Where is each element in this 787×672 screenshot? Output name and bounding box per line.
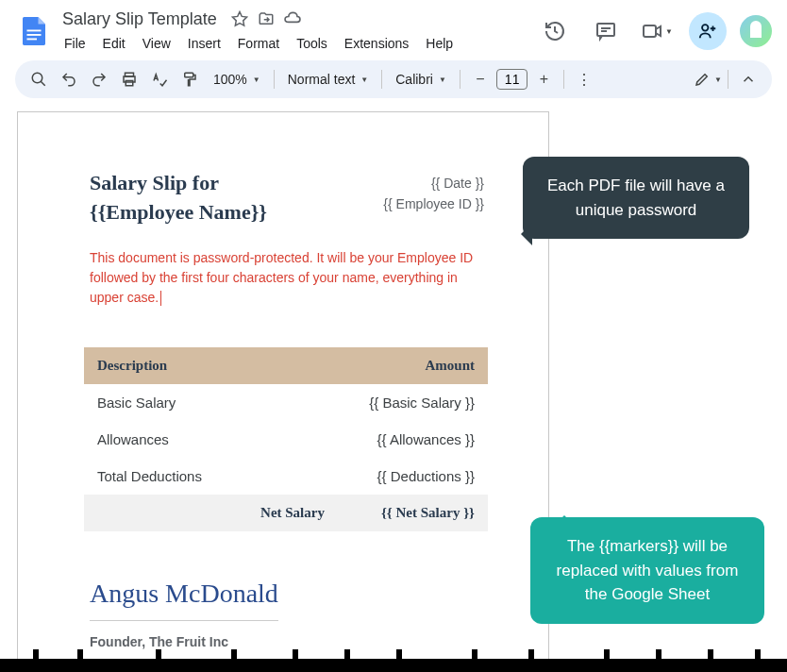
history-icon[interactable] xyxy=(536,12,574,50)
move-icon[interactable] xyxy=(257,9,276,28)
app-header: Salary Slip Template File Edit View Inse… xyxy=(0,0,787,57)
paint-format-icon[interactable] xyxy=(176,65,204,93)
share-button[interactable] xyxy=(689,12,727,50)
net-salary-label[interactable]: Net Salary xyxy=(97,505,381,521)
more-icon[interactable]: ⋮ xyxy=(570,65,598,93)
toolbar: 100%▼ Normal text▼ Calibri▼ − 11 + ⋮ ▼ xyxy=(15,60,772,98)
menu-insert[interactable]: Insert xyxy=(180,32,228,55)
net-salary-value[interactable]: {{ Net Salary }} xyxy=(381,505,475,521)
search-icon[interactable] xyxy=(25,65,53,93)
print-icon[interactable] xyxy=(115,65,143,93)
menu-edit[interactable]: Edit xyxy=(95,32,133,55)
title-area: Salary Slip Template File Edit View Inse… xyxy=(57,8,536,55)
table-row: Basic Salary{{ Basic Salary }} xyxy=(84,384,488,421)
document-title[interactable]: Salary Slip Template xyxy=(57,8,223,31)
undo-icon[interactable] xyxy=(55,65,83,93)
salary-table: Description Amount Basic Salary{{ Basic … xyxy=(84,347,488,531)
callout-markers: The {{markers}} will be replaced with va… xyxy=(530,517,764,624)
redo-icon[interactable] xyxy=(85,65,113,93)
signature-line xyxy=(90,620,278,621)
table-row: Allowances{{ Allowances }} xyxy=(84,421,488,458)
star-icon[interactable] xyxy=(230,9,249,28)
zoom-select[interactable]: 100%▼ xyxy=(206,72,268,87)
menu-view[interactable]: View xyxy=(135,32,178,55)
cloud-icon[interactable] xyxy=(283,9,302,28)
menu-tools[interactable]: Tools xyxy=(289,32,335,55)
document-page: Salary Slip for {{Employee Name}} {{ Dat… xyxy=(17,111,549,672)
header-actions: ▼ xyxy=(536,12,772,50)
warning-text[interactable]: This document is password-protected. It … xyxy=(90,248,484,308)
svg-rect-0 xyxy=(27,30,42,32)
menu-file[interactable]: File xyxy=(57,32,93,55)
signature-title[interactable]: Founder, The Fruit Inc xyxy=(90,634,484,649)
style-select[interactable]: Normal text▼ xyxy=(280,72,377,87)
avatar[interactable] xyxy=(740,15,772,47)
svg-rect-10 xyxy=(185,73,193,77)
svg-rect-3 xyxy=(597,24,614,36)
font-size-increase[interactable]: + xyxy=(529,65,558,93)
svg-point-6 xyxy=(32,73,42,83)
svg-point-5 xyxy=(702,25,708,30)
comment-icon[interactable] xyxy=(587,12,625,50)
edit-mode-icon[interactable]: ▼ xyxy=(694,65,722,93)
font-select[interactable]: Calibri▼ xyxy=(388,72,454,87)
menu-format[interactable]: Format xyxy=(230,32,287,55)
docs-logo[interactable] xyxy=(15,12,53,50)
font-size-decrease[interactable]: − xyxy=(466,65,494,93)
collapse-icon[interactable] xyxy=(734,65,762,93)
menu-extensions[interactable]: Extensions xyxy=(337,32,416,55)
spellcheck-icon[interactable] xyxy=(145,65,174,93)
callout-password: Each PDF file will have a unique passwor… xyxy=(523,157,749,239)
svg-rect-4 xyxy=(644,25,656,37)
slip-meta[interactable]: {{ Date }} {{ Employee ID }} xyxy=(383,173,484,215)
slip-title[interactable]: Salary Slip for {{Employee Name}} xyxy=(90,169,267,227)
col-amount[interactable]: Amount xyxy=(425,358,475,374)
menu-bar: File Edit View Insert Format Tools Exten… xyxy=(57,32,536,55)
bottom-edge xyxy=(0,659,787,672)
font-size-input[interactable]: 11 xyxy=(496,69,528,90)
menu-help[interactable]: Help xyxy=(418,32,460,55)
svg-rect-1 xyxy=(27,34,42,36)
col-description[interactable]: Description xyxy=(97,358,167,374)
signature[interactable]: Angus McDonald xyxy=(90,579,484,609)
table-row: Total Deductions{{ Deductions }} xyxy=(84,458,488,495)
meet-button[interactable]: ▼ xyxy=(638,12,676,50)
text-cursor xyxy=(160,291,161,306)
svg-rect-2 xyxy=(27,39,38,41)
